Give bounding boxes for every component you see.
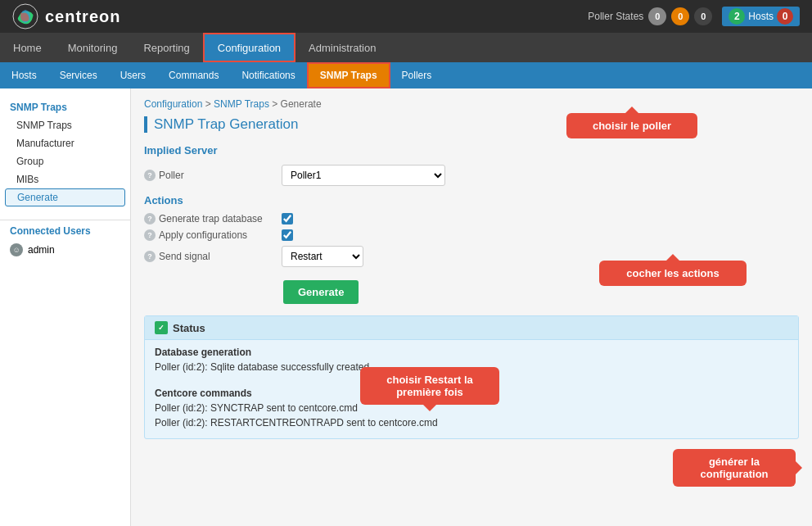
status-title: Status — [173, 322, 205, 334]
poller-row: ? Poller Poller1 Poller2 — [144, 165, 799, 186]
signal-select[interactable]: Restart Reload Stop — [282, 246, 363, 267]
main-layout: SNMP Traps SNMP Traps Manufacturer Group… — [0, 88, 812, 526]
hosts-count: 2 — [729, 8, 745, 25]
breadcrumb-generate: Generate — [281, 98, 322, 110]
implied-server-label: Implied Server — [144, 144, 799, 156]
sub-nav: Hosts Services Users Commands Notificati… — [0, 62, 812, 88]
send-signal-label: ? Send signal — [144, 251, 275, 262]
breadcrumb-snmptraps[interactable]: SNMP Traps — [214, 98, 269, 110]
sidebar-item-mibs[interactable]: MIBs — [0, 170, 130, 188]
nav-configuration[interactable]: Configuration — [203, 33, 295, 62]
breadcrumb: Configuration > SNMP Traps > Generate — [144, 98, 799, 110]
gen-trap-help-icon[interactable]: ? — [144, 213, 156, 224]
actions-title: Actions — [144, 194, 799, 206]
sidebar-username: admin — [28, 244, 55, 256]
hosts-badge: 2 Hosts 0 — [722, 7, 800, 26]
actions-section: Actions ? Generate trap database ? Apply… — [144, 194, 799, 267]
subnav-commands[interactable]: Commands — [157, 62, 230, 88]
hosts-label: Hosts — [748, 11, 774, 22]
poller-help-icon[interactable]: ? — [144, 170, 156, 181]
apply-config-checkbox[interactable] — [282, 229, 293, 241]
centcore-title: Centcore commands — [155, 388, 252, 399]
generate-trap-db-label: ? Generate trap database — [144, 213, 275, 224]
sidebar-item-group[interactable]: Group — [0, 152, 130, 170]
sidebar-item-snmptraps[interactable]: SNMP Traps — [0, 116, 130, 134]
state-badge-1: 0 — [648, 7, 666, 25]
state-badge-3: 0 — [694, 7, 712, 25]
sidebar-connected-title: Connected Users — [0, 220, 130, 240]
db-gen-title: Database generation — [155, 347, 251, 358]
user-icon: ☺ — [10, 243, 23, 256]
callout-choose-poller: choisir le poller — [566, 113, 697, 138]
apply-config-label: ? Apply configurations — [144, 229, 275, 241]
hosts-zero: 0 — [777, 8, 793, 25]
poller-label: ? Poller — [144, 170, 275, 181]
page-title: SNMP Trap Generation — [144, 116, 799, 133]
subnav-pollers[interactable]: Pollers — [390, 62, 444, 88]
poller-select[interactable]: Poller1 Poller2 — [282, 165, 445, 186]
generate-button[interactable]: Generate — [283, 280, 359, 304]
nav-bar: Home Monitoring Reporting Configuration … — [0, 33, 812, 62]
subnav-users[interactable]: Users — [109, 62, 157, 88]
logo-text: centreon — [45, 7, 120, 26]
logo-icon — [12, 3, 38, 29]
apply-config-help-icon[interactable]: ? — [144, 229, 156, 241]
sidebar-user: ☺ admin — [0, 240, 130, 260]
nav-reporting[interactable]: Reporting — [130, 33, 202, 62]
apply-config-row: ? Apply configurations — [144, 229, 799, 241]
callout-check-actions: cocher les actions — [599, 261, 747, 286]
poller-states: Poller States 0 0 0 — [588, 7, 712, 25]
sidebar: SNMP Traps SNMP Traps Manufacturer Group… — [0, 88, 131, 526]
logo-area: centreon — [12, 3, 120, 29]
breadcrumb-config[interactable]: Configuration — [144, 98, 202, 110]
poller-states-label: Poller States — [588, 11, 643, 22]
nav-administration[interactable]: Administration — [295, 33, 389, 62]
subnav-notifications[interactable]: Notifications — [230, 62, 306, 88]
status-icon: ✓ — [155, 321, 168, 334]
sidebar-item-generate[interactable]: Generate — [5, 188, 125, 206]
nav-home[interactable]: Home — [0, 33, 55, 62]
content-area: Configuration > SNMP Traps > Generate SN… — [131, 88, 812, 526]
sidebar-item-manufacturer[interactable]: Manufacturer — [0, 134, 130, 152]
centcore-line2: Poller (id:2): RESTARTCENTREONTRAPD sent… — [155, 417, 788, 429]
top-bar: centreon Poller States 0 0 0 2 Hosts 0 — [0, 0, 812, 33]
callout-generate-config: générer la configuration — [673, 449, 796, 487]
top-right: Poller States 0 0 0 2 Hosts 0 — [588, 7, 800, 26]
subnav-services[interactable]: Services — [48, 62, 109, 88]
subnav-hosts[interactable]: Hosts — [0, 62, 48, 88]
status-header: ✓ Status — [145, 316, 798, 340]
nav-monitoring[interactable]: Monitoring — [55, 33, 131, 62]
send-signal-help-icon[interactable]: ? — [144, 251, 156, 262]
callout-choose-restart: choisir Restart la première fois — [360, 367, 499, 405]
generate-trap-db-checkbox[interactable] — [282, 213, 293, 224]
state-badge-2: 0 — [671, 7, 689, 25]
subnav-snmptraps[interactable]: SNMP Traps — [307, 62, 390, 88]
generate-trap-db-row: ? Generate trap database — [144, 213, 799, 224]
sidebar-section-title: SNMP Traps — [0, 97, 130, 116]
